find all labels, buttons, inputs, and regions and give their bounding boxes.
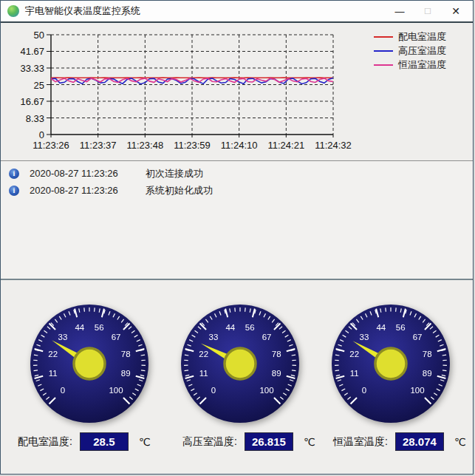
gauge-panel: 01122334456677889100 0112233445667788910… — [1, 280, 473, 475]
gauge-hub — [74, 348, 105, 379]
gauge-tick-label: 67 — [112, 333, 121, 341]
gauge-tick-label: 78 — [121, 350, 131, 358]
gauge-dial: 01122334456677889100 — [328, 301, 454, 426]
gauge-label: 恒温室温度: — [333, 435, 388, 449]
gauge-tick-label: 0 — [211, 386, 216, 395]
event-log-list[interactable]: i 2020-08-27 11:23:26 初次连接成功 i 2020-08-2… — [1, 160, 473, 279]
app-icon — [7, 5, 19, 17]
y-tick-label: 33.33 — [20, 63, 44, 74]
gauge-tick-label: 44 — [376, 323, 386, 332]
y-tick-label: 41.67 — [20, 46, 44, 57]
y-tick-label: 50 — [34, 30, 44, 41]
x-tick-label: 11:23:59 — [174, 140, 211, 151]
chart-panel: 11:23:2611:23:3711:23:4811:23:5911:24:10… — [1, 23, 473, 160]
gauge-tick-label: 56 — [95, 323, 104, 332]
legend-item: 恒温室温度 — [374, 58, 446, 72]
gauge-tick-label: 67 — [413, 333, 423, 341]
gauge-tick-label: 0 — [362, 386, 366, 395]
gauge-unit: ℃ — [139, 436, 151, 448]
legend-item: 高压室温度 — [374, 44, 446, 58]
gauge-tick-label: 100 — [259, 386, 273, 395]
gauge-tick-label: 22 — [48, 350, 58, 358]
gauge-unit: ℃ — [454, 436, 466, 448]
gauge-readout: 恒温室温度: 28.074 ℃ — [333, 432, 466, 451]
app-window: 宇电智能仪表温度监控系统 — ☐ ✕ 11:23:2611:23:3711:23… — [0, 0, 474, 475]
gauge-unit: ℃ — [304, 436, 315, 448]
info-icon: i — [9, 186, 19, 196]
gauge-tick-label: 100 — [410, 386, 424, 395]
gauge-tick-label: 100 — [109, 386, 123, 395]
log-row[interactable]: i 2020-08-27 11:23:26 初次连接成功 — [1, 165, 473, 182]
y-tick-label: 25 — [34, 80, 44, 91]
y-tick-label: 8.33 — [26, 113, 44, 124]
legend-item: 配电室温度 — [374, 30, 446, 44]
x-tick-label: 11:23:26 — [33, 140, 69, 151]
gauge-tick-label: 89 — [272, 369, 281, 378]
x-tick-label: 11:23:37 — [80, 140, 117, 151]
window-controls: — ☐ ✕ — [386, 1, 470, 21]
minimize-button[interactable]: — — [386, 1, 414, 21]
gauge-distribution-room: 01122334456677889100 — [27, 301, 152, 426]
titlebar: 宇电智能仪表温度监控系统 — ☐ ✕ — [1, 1, 473, 21]
gauge-tick-label: 33 — [360, 333, 369, 341]
gauge-tick-label: 89 — [121, 369, 131, 378]
gauge-constant-temp-room: 01122334456677889100 — [328, 301, 454, 426]
gauge-readout: 高压室温度: 26.815 ℃ — [182, 432, 315, 451]
gauge-label: 高压室温度: — [182, 435, 237, 449]
x-tick-label: 11:24:10 — [221, 140, 258, 151]
gauge-tick-label: 0 — [61, 386, 65, 395]
legend-line-red — [374, 36, 393, 38]
gauge-tick-label: 33 — [58, 333, 68, 341]
log-message: 初次连接成功 — [146, 167, 203, 180]
gauge-tick-label: 67 — [262, 333, 272, 341]
gauge-label: 配电室温度: — [18, 435, 72, 449]
legend-label: 高压室温度 — [398, 44, 446, 58]
gauge-readout: 配电室温度: 28.5 ℃ — [18, 432, 151, 451]
gauge-tick-label: 11 — [199, 369, 208, 378]
gauge-hub — [375, 348, 406, 379]
gauge-tick-label: 78 — [423, 350, 432, 358]
gauge-tick-label: 78 — [272, 350, 281, 358]
gauge-tick-label: 56 — [396, 323, 406, 332]
gauge-tick-label: 22 — [349, 350, 359, 358]
chart-legend: 配电室温度 高压室温度 恒温室温度 — [374, 30, 446, 72]
gauge-tick-label: 89 — [423, 369, 432, 378]
legend-label: 恒温室温度 — [398, 58, 446, 72]
legend-line-magenta — [374, 64, 393, 66]
gauge-hub — [225, 348, 256, 379]
legend-label: 配电室温度 — [398, 30, 446, 44]
gauge-tick-label: 44 — [225, 323, 235, 332]
gauge-value-display: 28.5 — [80, 432, 129, 451]
y-tick-label: 0 — [39, 129, 44, 140]
log-message: 系统初始化成功 — [146, 184, 213, 197]
gauge-dial: 01122334456677889100 — [27, 301, 152, 426]
log-row[interactable]: i 2020-08-27 11:23:26 系统初始化成功 — [1, 182, 473, 199]
gauge-tick-label: 11 — [49, 369, 58, 378]
x-tick-label: 11:24:32 — [315, 140, 352, 151]
log-timestamp: 2020-08-27 11:23:26 — [30, 185, 144, 196]
gauge-high-voltage-room: 01122334456677889100 — [177, 301, 303, 426]
y-tick-label: 16.67 — [20, 96, 44, 107]
gauge-tick-label: 44 — [75, 323, 84, 332]
gauge-tick-label: 22 — [199, 350, 208, 358]
gauge-tick-label: 56 — [245, 323, 255, 332]
x-tick-label: 11:24:21 — [268, 140, 305, 151]
log-timestamp: 2020-08-27 11:23:26 — [30, 168, 144, 179]
info-icon: i — [9, 169, 19, 179]
gauge-value-display: 28.074 — [395, 432, 444, 451]
x-tick-label: 11:23:48 — [127, 140, 164, 151]
gauge-tick-label: 33 — [209, 333, 219, 341]
close-button[interactable]: ✕ — [442, 1, 470, 21]
gauge-value-display: 26.815 — [245, 432, 293, 451]
maximize-button: ☐ — [414, 1, 442, 21]
gauge-dial: 01122334456677889100 — [177, 301, 303, 426]
legend-line-blue — [374, 50, 393, 52]
gauge-tick-label: 11 — [350, 369, 359, 378]
window-title: 宇电智能仪表温度监控系统 — [25, 4, 140, 18]
